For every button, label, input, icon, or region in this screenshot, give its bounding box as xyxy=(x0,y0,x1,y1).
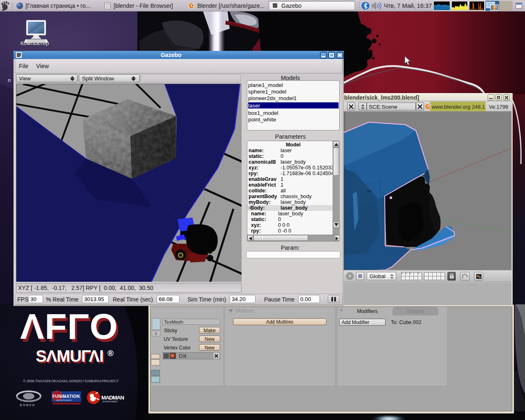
svg-text:ENTERTAINMENT: ENTERTAINMENT xyxy=(57,399,72,402)
svg-text:SΛMUΓΛI: SΛMUΓΛI xyxy=(36,347,104,365)
svg-text:GONZO: GONZO xyxy=(20,403,36,407)
svg-text:®: ® xyxy=(107,349,114,358)
svg-text:© 2006 TAKASHI OKAZAKI, GONZO: © 2006 TAKASHI OKAZAKI, GONZO / SAMURAI … xyxy=(23,379,119,383)
svg-text:ΛFΓO: ΛFΓO xyxy=(20,306,117,347)
svg-text:Компьютер: Компьютер xyxy=(21,40,49,46)
svg-text:ENTERTAINMENT: ENTERTAINMENT xyxy=(103,401,118,403)
svg-text:п: п xyxy=(8,77,11,83)
svg-text:MADMAN: MADMAN xyxy=(101,395,124,401)
svg-text:FUNiMATION: FUNiMATION xyxy=(52,394,80,399)
